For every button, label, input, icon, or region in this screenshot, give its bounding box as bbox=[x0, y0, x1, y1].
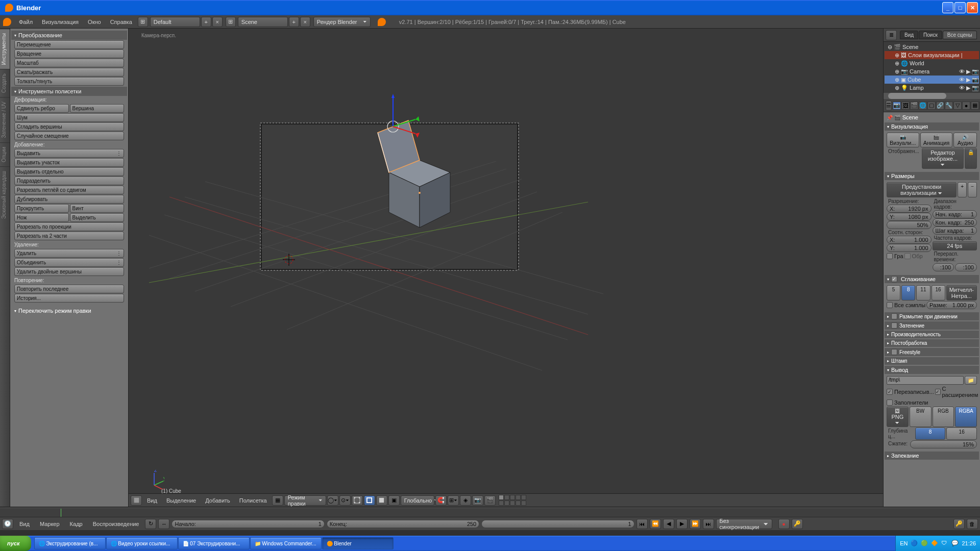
check-border[interactable]: Гра bbox=[887, 253, 903, 260]
close-button[interactable]: ✕ bbox=[967, 2, 978, 13]
taskbar-app-button[interactable]: 🌐 Видео уроки ссылки... bbox=[106, 537, 178, 549]
btn-remove-doubles[interactable]: Удалить двойные вершины bbox=[14, 267, 124, 276]
panel-collapsed-header[interactable]: Затенение bbox=[885, 321, 979, 330]
taskbar-app-button[interactable]: 🟠 Blender bbox=[322, 537, 394, 549]
btn-knife-project[interactable]: Разрезать по проекции bbox=[14, 222, 124, 231]
btn-render-anim[interactable]: 🎬Анимация bbox=[920, 133, 953, 147]
vp-menu-add[interactable]: Добавить bbox=[201, 496, 234, 505]
keyingset-dd[interactable]: 🔑 bbox=[792, 519, 803, 529]
outliner-tab-view[interactable]: Вид bbox=[900, 31, 918, 39]
btn-render-image[interactable]: 📷Визуали... bbox=[887, 133, 919, 147]
btn-smooth-vertex[interactable]: Сгладить вершины bbox=[14, 122, 124, 131]
btn-shrink-fatten[interactable]: Сжать/расжать bbox=[14, 68, 124, 77]
play-rev-icon[interactable]: ◀ bbox=[663, 519, 674, 529]
render-preview-button[interactable]: 📷 bbox=[472, 495, 483, 506]
btn-repeat-last[interactable]: Повторить последнее bbox=[14, 285, 124, 293]
panel-output-header[interactable]: Вывод bbox=[885, 366, 979, 374]
layer-btn[interactable] bbox=[510, 495, 515, 500]
output-path-input[interactable]: /tmp\ bbox=[887, 376, 964, 385]
check-placeholders[interactable]: Заполнители bbox=[887, 399, 977, 406]
panel-collapsed-header[interactable]: Производительность bbox=[885, 331, 979, 338]
orientation-dropdown[interactable]: Глобально⏷ bbox=[401, 495, 434, 506]
autoplay-icon[interactable]: ↻ bbox=[145, 519, 156, 529]
ctx-texture-icon[interactable]: ▦ bbox=[971, 102, 979, 110]
layer-btn[interactable] bbox=[499, 500, 504, 506]
aa-8[interactable]: 8 bbox=[901, 285, 915, 300]
snap-toggle[interactable]: 🧲 bbox=[435, 495, 447, 506]
jump-start-icon[interactable]: ⏮ bbox=[636, 519, 648, 529]
menu-file[interactable]: Файл bbox=[14, 17, 37, 27]
btn-subdivide[interactable]: Подразделить bbox=[14, 177, 124, 185]
num-compression[interactable]: 15% bbox=[910, 440, 977, 448]
check-crop[interactable]: Обр bbox=[904, 253, 923, 260]
maximize-button[interactable]: □ bbox=[954, 2, 966, 13]
panel-toggle-editmode[interactable]: Переключить режим правки bbox=[11, 306, 127, 316]
prev-key-icon[interactable]: ⏪ bbox=[650, 519, 661, 529]
panel-collapsed-header[interactable]: Штамп bbox=[885, 357, 979, 365]
panel-bake-header[interactable]: Запекание bbox=[885, 452, 979, 460]
btn-merge-dd[interactable]: Объединить bbox=[14, 258, 124, 267]
panel-transform-header[interactable]: Преобразование bbox=[11, 31, 127, 40]
layer-btn[interactable] bbox=[499, 495, 504, 500]
display-dropdown[interactable]: Редактор изображе... ⏷ bbox=[922, 148, 964, 169]
btn-spin[interactable]: Прокрутить bbox=[14, 204, 69, 213]
btn-knife-select[interactable]: Выделить bbox=[70, 213, 125, 222]
mesh-select-face[interactable] bbox=[376, 495, 387, 506]
btn-loopcut-slide[interactable]: Разрезать петлёй со сдвигом bbox=[14, 186, 124, 194]
taskbar-app-button[interactable]: 📁 Windows Commander... bbox=[250, 537, 322, 549]
btn-extrude-indiv[interactable]: Выдавить отдельно bbox=[14, 167, 124, 176]
panel-collapsed-header[interactable]: Freestyle bbox=[885, 348, 979, 356]
mesh-select-edge[interactable] bbox=[364, 495, 375, 506]
render-anim-button[interactable]: 🎬 bbox=[484, 495, 496, 506]
key-delete-icon[interactable]: 🗑 bbox=[967, 519, 978, 529]
lang-indicator[interactable]: EN bbox=[900, 540, 908, 546]
autokey-icon[interactable]: ● bbox=[778, 519, 790, 529]
mode-dropdown[interactable]: Режим правки⏷ bbox=[284, 495, 326, 506]
tl-menu-frame[interactable]: Кадр bbox=[66, 519, 87, 529]
menu-help[interactable]: Справка bbox=[106, 17, 137, 27]
panel-render-header[interactable]: Визуализация bbox=[885, 122, 979, 131]
outliner-item[interactable]: ⊕ ▣ Cube👁 ▶ 📷 bbox=[885, 76, 979, 84]
num-frame-start[interactable]: Нач. кадр:1 bbox=[933, 210, 977, 218]
outliner-tab-allscenes[interactable]: Все сцены bbox=[943, 31, 977, 39]
menu-render[interactable]: Визуализация bbox=[37, 17, 83, 27]
play-icon[interactable]: ▶ bbox=[676, 519, 688, 529]
ctx-scene-icon[interactable]: 🎬 bbox=[910, 102, 918, 110]
btn-noise[interactable]: Шум bbox=[14, 113, 124, 122]
sync-dropdown[interactable]: Без синхронизации ⏷ bbox=[716, 519, 772, 529]
num-remap-new[interactable]: :100 bbox=[955, 263, 977, 271]
panel-meshtools-header[interactable]: Инструменты полисетки bbox=[11, 87, 127, 96]
panel-collapsed-header[interactable]: Постобработка bbox=[885, 339, 979, 347]
mode-icon[interactable]: ▦ bbox=[272, 495, 283, 506]
taskbar-app-button[interactable]: 📄 07 Экструдировани... bbox=[178, 537, 250, 549]
scene-dropdown[interactable]: Scene bbox=[238, 17, 288, 27]
ctx-modifiers-icon[interactable]: 🔧 bbox=[945, 102, 953, 110]
layer-btn[interactable] bbox=[521, 495, 526, 500]
timeline-editor-icon[interactable]: 🕐 bbox=[2, 519, 13, 529]
panel-collapsed-header[interactable]: Размытие при движении bbox=[885, 312, 979, 320]
layer-btn[interactable] bbox=[510, 500, 515, 506]
tray-icon[interactable]: 💬 bbox=[951, 540, 959, 547]
ctx-material-icon[interactable]: ● bbox=[962, 102, 970, 110]
editor-type-icon[interactable] bbox=[3, 18, 11, 26]
vtab-options[interactable]: Опции bbox=[0, 142, 10, 166]
ctx-data-icon[interactable]: ▽ bbox=[953, 102, 962, 110]
btn-edge-slide[interactable]: Сдвинуть ребро bbox=[14, 104, 69, 113]
num-aspect-y[interactable]: Y:1.000 bbox=[887, 244, 932, 252]
layout-remove-button[interactable]: × bbox=[212, 17, 223, 27]
aa-16[interactable]: 16 bbox=[932, 285, 945, 300]
btn-scale[interactable]: Масштаб bbox=[14, 59, 124, 67]
num-filtersize[interactable]: Разме:1.000 px bbox=[926, 301, 977, 309]
ctx-world-icon[interactable]: 🌐 bbox=[919, 102, 927, 110]
btn-rotate[interactable]: Вращение bbox=[14, 49, 124, 58]
depth-8[interactable]: 8 bbox=[915, 428, 946, 440]
ctx-renderlayers-icon[interactable]: 🖼 bbox=[901, 102, 910, 110]
btn-history[interactable]: История... bbox=[14, 294, 124, 303]
scene-browse-button[interactable]: ⊞ bbox=[226, 17, 236, 27]
num-res-percent[interactable]: 50% bbox=[887, 221, 932, 229]
outliner-item[interactable]: ⊕ 📷 Camera👁 ▶ 📷 bbox=[885, 67, 979, 76]
layer-btn[interactable] bbox=[504, 500, 509, 506]
vtab-create[interactable]: Создать bbox=[0, 69, 10, 97]
mode-rgb[interactable]: RGB bbox=[933, 407, 954, 427]
tray-icon[interactable]: 🟢 bbox=[921, 540, 928, 547]
